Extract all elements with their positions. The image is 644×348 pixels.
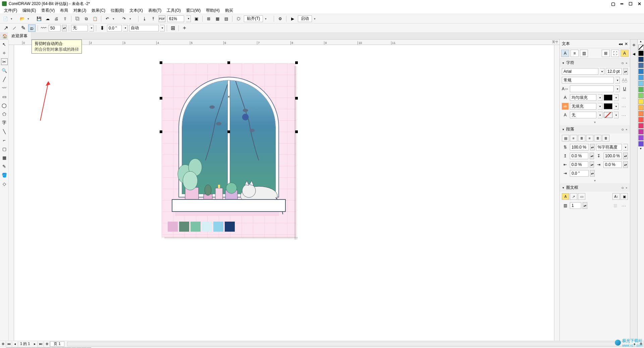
new-doc-dropdown[interactable]: ▾ (11, 17, 17, 20)
artwork[interactable]: × (162, 63, 296, 238)
para-opt-icon[interactable]: ○ (621, 127, 624, 132)
fill-more[interactable]: ··· (620, 95, 628, 101)
fill-type-dd[interactable]: ▾ (598, 94, 602, 101)
parallel-dim-tool[interactable]: ╲ (1, 128, 8, 135)
paste-button[interactable]: ⧉ (83, 15, 90, 22)
fill-tool[interactable]: 🪣 (1, 172, 8, 178)
selection-handle[interactable] (160, 130, 162, 133)
menu-bitmap[interactable]: 位图(B) (108, 7, 127, 14)
vertical-text-button[interactable]: A↕ (612, 193, 620, 200)
maximize-button[interactable]: ☐ (628, 1, 633, 6)
fill-color[interactable] (604, 95, 612, 101)
para-expand-icon[interactable]: ▾ (594, 179, 596, 182)
font-weight[interactable]: 常规 (562, 77, 614, 83)
align-force-button[interactable]: ≣ (602, 135, 609, 141)
menu-object[interactable]: 对象(J) (71, 7, 89, 14)
underline-button[interactable]: U (621, 85, 628, 92)
frame-opt-icon[interactable]: ○ (621, 185, 624, 190)
launch-dropdown[interactable]: ▾ (314, 17, 320, 20)
color-swatch[interactable] (638, 69, 644, 74)
line-spacing[interactable]: 100.0 % (570, 144, 589, 151)
outline-color-dd[interactable]: ▾ (614, 112, 619, 118)
cloud-button[interactable]: ☁ (44, 15, 51, 22)
connector-tool[interactable]: ⌐ (1, 137, 8, 143)
knife-freehand-button[interactable]: ⟋ (11, 24, 18, 32)
zoom-tool[interactable]: 🔍 (1, 67, 8, 74)
knife-bezier-button[interactable]: ✎ (19, 24, 27, 32)
selection-handle[interactable] (227, 61, 230, 64)
font-weight-dd[interactable]: ▾ (615, 77, 620, 83)
outline-type[interactable]: 无 (570, 112, 596, 118)
transparency-tool[interactable]: ▦ (1, 154, 8, 161)
section-expand-icon[interactable]: ▾ (594, 120, 596, 124)
color-swatch[interactable] (638, 51, 644, 56)
section-para[interactable]: 段落 ○ ▫ (560, 125, 630, 133)
guides-button[interactable]: ▤ (223, 15, 229, 22)
auto-close-button[interactable]: ⎄ (28, 24, 36, 32)
color-swatch[interactable] (638, 141, 644, 147)
align-left-button[interactable]: ≡ (570, 135, 577, 141)
selection-handle[interactable] (227, 130, 230, 133)
page-last-button[interactable]: ⏭ (38, 341, 44, 347)
bgfill-dd[interactable]: ▾ (598, 103, 602, 110)
snap-dropdown[interactable]: ▾ (265, 17, 271, 20)
all-caps-icon[interactable]: A̲A̲ (621, 77, 628, 83)
vertical-scrollbar[interactable] (554, 45, 559, 341)
rulers-button[interactable]: ⊞ (205, 15, 212, 22)
color-swatch[interactable] (638, 135, 644, 140)
add-preset-button[interactable]: ＋ (181, 24, 188, 32)
snap-button[interactable]: 贴齐(T) (244, 15, 263, 22)
frame-flow-button[interactable]: A (562, 193, 569, 200)
page-tab[interactable]: 页 1 (50, 341, 64, 347)
new-doc-button[interactable]: 📄 (2, 15, 9, 22)
line-spacing-spin[interactable]: ▴▾ (590, 144, 595, 151)
page-add2-button[interactable]: ⊕ (44, 341, 50, 347)
object-props-icon[interactable]: ⊞ (602, 50, 610, 57)
section-frame[interactable]: 图文框 ○ ▫ (560, 183, 630, 192)
columns-count[interactable]: 1 (570, 202, 581, 209)
pdf-button[interactable]: PDF (159, 15, 165, 22)
polygon-tool[interactable]: ⬠ (1, 111, 8, 117)
redo-button[interactable]: ↷ (121, 15, 127, 22)
columns-spin[interactable]: ▴▾ (583, 202, 587, 209)
outline-tool[interactable]: ◇ (1, 180, 8, 187)
save-button[interactable]: 💾 (36, 15, 42, 22)
outline-width[interactable]: 0.0 " (107, 25, 122, 32)
close-button[interactable]: ✕ (637, 1, 642, 6)
menu-help[interactable]: 帮助(H) (203, 7, 222, 14)
freq-spinner[interactable]: ▴▾ (62, 25, 67, 32)
export-file-button[interactable]: ⭱ (150, 15, 157, 22)
rectangle-tool[interactable]: ▭ (1, 93, 8, 100)
knife-2pt-button[interactable]: ↗ (2, 24, 9, 32)
dropshadow-tool[interactable]: ▢ (1, 146, 8, 152)
undo-dropdown[interactable]: ▾ (113, 17, 119, 20)
para-more-icon[interactable]: ▫ (626, 127, 627, 132)
menu-table[interactable]: 表格(T) (146, 7, 164, 14)
color-swatch[interactable] (638, 63, 644, 68)
color-swatch[interactable] (638, 99, 644, 104)
para-after[interactable]: 100.0 % (603, 153, 622, 159)
color-swatch[interactable] (638, 93, 644, 98)
color-swatch[interactable] (638, 87, 644, 92)
line-spacing-unit[interactable]: %字符高度 (596, 144, 622, 151)
horizontal-ruler[interactable]: 0 1 2 3 4 5 6 7 8 9 10 11 英寸 (9, 40, 559, 45)
palette-down-icon[interactable]: ▾ (638, 147, 644, 152)
frame-more[interactable]: ··· (620, 202, 628, 209)
color-swatch[interactable] (638, 111, 644, 116)
freehand-tool[interactable]: ╱ (1, 76, 8, 82)
indent-first[interactable]: 0.0 " (570, 170, 589, 177)
selection-handle[interactable] (295, 130, 298, 133)
outline-width-dd[interactable]: ▾ (123, 25, 128, 32)
page-first-button[interactable]: ⏮ (6, 341, 12, 347)
kerning-value[interactable] (570, 85, 614, 92)
launch-button[interactable]: 启动 (298, 15, 312, 22)
color-swatch[interactable] (638, 117, 644, 122)
section-char[interactable]: 字符 ○ ▫ (560, 59, 630, 67)
before-spin[interactable]: ▴▾ (590, 153, 594, 159)
palette-up-icon[interactable]: ▴ (638, 40, 644, 44)
frame-tab[interactable]: ▥ (580, 50, 588, 57)
vertical-ruler[interactable] (9, 45, 14, 341)
clipboard-button[interactable]: 📋 (92, 15, 98, 22)
frame-direction-button[interactable]: ↗ (570, 193, 577, 200)
ellipse-tool[interactable]: ◯ (1, 102, 8, 109)
